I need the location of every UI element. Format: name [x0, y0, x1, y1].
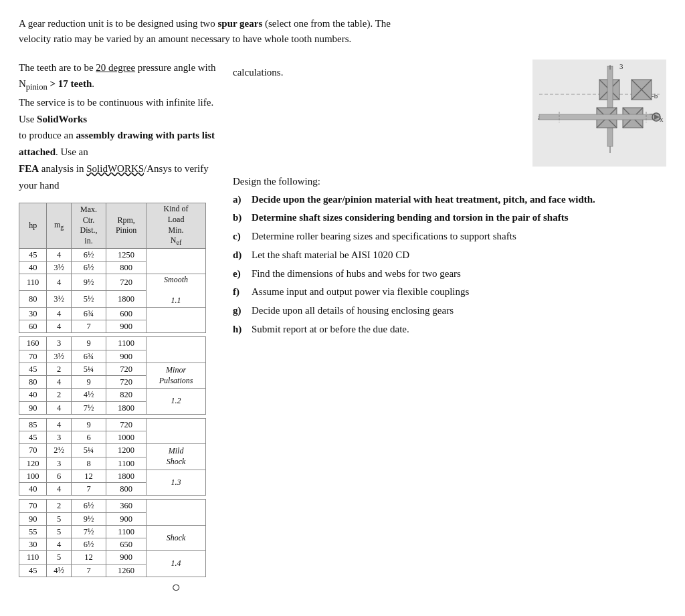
design-item-a: a) Decide upon the gear/pinion material … [233, 193, 666, 207]
table-row: 1105129001.4 [19, 551, 206, 564]
col-rpm: Rpm,Pinion [106, 203, 146, 248]
table-row: 3046¾600 [19, 307, 206, 320]
design-item-e: e) Find the dimensions of hubs and webs … [233, 267, 666, 282]
diagram-svg: 3 C D -b [532, 60, 666, 167]
design-item-c: c) Determine roller bearing sizes and sp… [233, 229, 666, 244]
design-label-f: f) [233, 285, 246, 300]
design-text-h: Submit report at or before the due date. [252, 322, 666, 337]
gear-table: hp mg Max.Ctr.Dist.,in. Rpm,Pinion Kind … [19, 203, 206, 597]
svg-text:-b: -b [652, 92, 658, 100]
design-list: a) Decide upon the gear/pinion material … [233, 193, 666, 337]
col-ctr: Max.Ctr.Dist.,in. [71, 203, 106, 248]
table-row: 4525¼720MinorPulsations [19, 363, 206, 375]
col-mg: mg [47, 203, 72, 248]
table-header-row: hp mg Max.Ctr.Dist.,in. Rpm,Pinion Kind … [19, 203, 206, 248]
design-label-b: b) [233, 211, 246, 225]
main-layout: The teeth are to be 20 degree pressure a… [19, 60, 666, 598]
svg-rect-26 [539, 114, 660, 120]
table-row: 5557½1100Shock [19, 525, 206, 538]
design-label-e: e) [233, 267, 246, 282]
table-row: 4546½1250 [19, 248, 206, 261]
conditions-line1: The teeth are to be 20 degree pressure a… [19, 60, 219, 94]
design-section: Design the following: a) Decide upon the… [233, 176, 666, 337]
intro-line1: A gear reduction unit is to be designed … [19, 18, 391, 29]
intro-paragraph: A gear reduction unit is to be designed … [19, 16, 666, 47]
svg-rect-12 [607, 66, 613, 146]
design-item-d: d) Let the shaft material be AISI 1020 C… [233, 248, 666, 263]
design-text-d: Let the shaft material be AISI 1020 CD [252, 248, 666, 263]
table-row: 160391100 [19, 337, 206, 350]
design-item-h: h) Submit report at or before the due da… [233, 322, 666, 337]
design-text-c: Determine roller bearing sizes and speci… [252, 229, 666, 244]
table-circle-row: ○ [19, 577, 206, 597]
table-row: 702½5¼1200MildShock [19, 444, 206, 457]
design-item-g: g) Decide upon all details of housing en… [233, 304, 666, 318]
col-hp: hp [19, 203, 47, 248]
design-text-e: Find the dimensions of hubs and webs for… [252, 267, 666, 282]
table-row: 8549720 [19, 418, 206, 431]
conditions-block: The teeth are to be 20 degree pressure a… [19, 60, 219, 194]
design-label-g: g) [233, 304, 246, 318]
design-title: Design the following: [233, 176, 666, 187]
right-column: 3 C D -b [233, 60, 666, 78]
table-row: 10061218001.3 [19, 470, 206, 482]
intro-line2: velocity ratio may be varied by an amoun… [19, 33, 351, 44]
table-row: 4024½8201.2 [19, 389, 206, 401]
design-text-f: Assume input and output power via flexib… [252, 285, 666, 300]
conditions-line2: The service is to be continuous with inf… [19, 94, 219, 128]
gear-diagram: 3 C D -b [532, 60, 666, 169]
design-item-b: b) Determine shaft sizes considering ben… [233, 211, 666, 225]
design-item-f: f) Assume input and output power via fle… [233, 285, 666, 300]
svg-text:3: 3 [619, 62, 623, 70]
design-text-g: Decide upon all details of housing enclo… [252, 304, 666, 318]
design-label-a: a) [233, 193, 246, 207]
conditions-line3: to produce an assembly drawing with part… [19, 127, 219, 161]
design-label-c: c) [233, 229, 246, 244]
left-column: The teeth are to be 20 degree pressure a… [19, 60, 219, 598]
table-row: 11049½720Smooth1.1 [19, 274, 206, 291]
table-row: 7026½360 [19, 500, 206, 512]
col-load: Kind ofLoadMin.Nef [146, 203, 206, 248]
conditions-line4: FEA analysis in SolidWORKS/Ansys to veri… [19, 161, 219, 194]
design-label-d: d) [233, 248, 246, 263]
design-text-b: Determine shaft sizes considering bendin… [252, 211, 666, 225]
design-text-a: Decide upon the gear/pinion material wit… [252, 193, 666, 207]
design-label-h: h) [233, 322, 246, 337]
